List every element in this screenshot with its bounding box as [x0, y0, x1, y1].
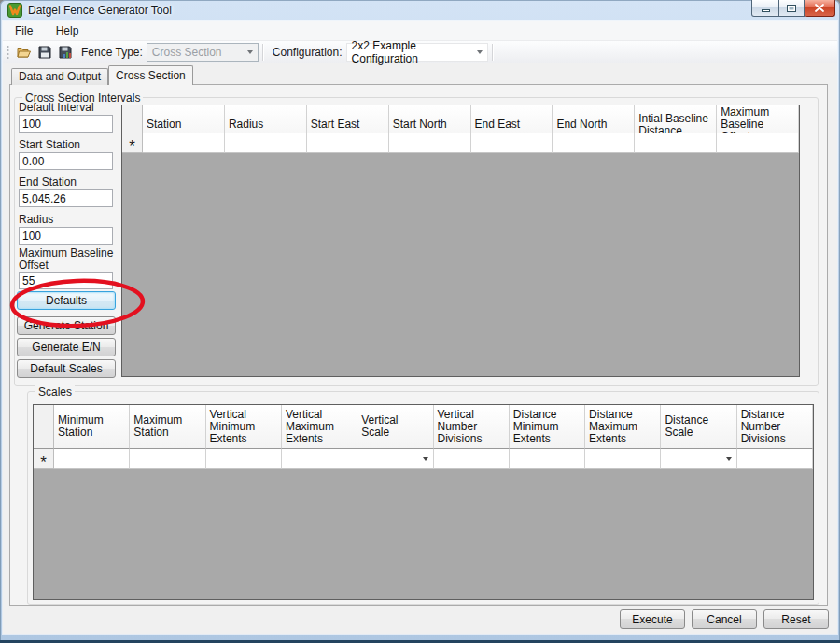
col-header-vertical-scale[interactable]: Vertical Scale	[357, 405, 433, 449]
col-header-vertical-number-divisions[interactable]: Vertical Number Divisions	[434, 405, 510, 449]
group-title: Scales	[35, 385, 75, 398]
configuration-combobox[interactable]: 2x2 Example Configuration	[346, 43, 488, 62]
cell-start-north[interactable]	[389, 133, 471, 153]
tab-cross-section[interactable]: Cross Section	[108, 65, 193, 85]
cell-distance-number-divisions[interactable]	[737, 449, 813, 469]
cross-section-intervals-group: Cross Section Intervals Default Interval…	[14, 97, 819, 386]
menu-file[interactable]: File	[7, 21, 40, 41]
vertical-scale-dropdown-icon[interactable]	[419, 451, 433, 468]
maximum-baseline-offset-input[interactable]	[19, 272, 113, 289]
default-interval-input[interactable]	[19, 115, 113, 133]
cell-vertical-maximum-extents[interactable]	[282, 449, 357, 469]
tabstrip: Data and Output Cross Section	[11, 65, 193, 85]
configuration-value: 2x2 Example Configuration	[352, 39, 477, 65]
toolbar-grip-icon[interactable]	[7, 45, 9, 60]
minimize-button[interactable]	[751, 0, 779, 17]
cell-distance-scale[interactable]	[661, 449, 736, 469]
cell-start-east[interactable]	[307, 133, 389, 153]
cell-station[interactable]	[143, 133, 225, 153]
grid-corner[interactable]	[34, 405, 54, 449]
generate-en-button[interactable]: Generate E/N	[17, 338, 116, 356]
radius-label: Radius	[19, 214, 118, 226]
configuration-label: Configuration:	[273, 46, 343, 59]
default-interval-label: Default Interval	[19, 102, 118, 114]
save-report-icon[interactable]	[55, 43, 76, 62]
client-area: File Help	[3, 21, 837, 634]
titlebar[interactable]: Datgel Fence Generator Tool	[0, 0, 840, 21]
cell-initial-baseline-distance[interactable]	[635, 133, 717, 153]
cell-vertical-minimum-extents[interactable]	[206, 449, 282, 469]
fence-type-combobox: Cross Section	[147, 43, 259, 62]
grid-new-row: *	[34, 449, 813, 469]
cell-maximum-station[interactable]	[130, 449, 205, 469]
window-title: Datgel Fence Generator Tool	[28, 0, 172, 21]
col-header-vertical-minimum-extents[interactable]: Vertical Minimum Extents	[206, 405, 282, 449]
new-row-header[interactable]: *	[34, 449, 54, 469]
chevron-down-icon	[477, 50, 483, 54]
grid-new-row: *	[122, 133, 799, 153]
col-header-distance-number-divisions[interactable]: Distance Number Divisions	[737, 405, 813, 449]
col-header-distance-minimum-extents[interactable]: Distance Minimum Extents	[510, 405, 585, 449]
new-row-marker: *	[129, 137, 135, 156]
cell-end-north[interactable]	[553, 133, 635, 153]
col-header-maximum-station[interactable]: Maximum Station	[130, 405, 205, 449]
cell-radius[interactable]	[225, 133, 307, 153]
close-icon	[815, 4, 824, 12]
end-station-input[interactable]	[19, 189, 113, 207]
cell-maximum-baseline-offset[interactable]	[717, 133, 799, 153]
chevron-down-icon	[247, 50, 253, 54]
toolbar: Fence Type: Cross Section Configuration:…	[3, 41, 837, 63]
cell-distance-maximum-extents[interactable]	[585, 449, 661, 469]
cell-vertical-number-divisions[interactable]	[434, 449, 510, 469]
toolbar-separator	[492, 44, 493, 61]
cancel-button[interactable]: Cancel	[692, 609, 757, 629]
app-window: Datgel Fence Generator Tool File Help	[0, 0, 840, 643]
fence-type-label: Fence Type:	[81, 46, 143, 59]
minimize-icon	[762, 9, 770, 12]
defaults-button[interactable]: Defaults	[17, 291, 116, 310]
new-row-header[interactable]: *	[122, 133, 143, 153]
cross-section-grid: Station Radius Start East Start North En…	[121, 105, 800, 377]
maximize-button[interactable]	[779, 0, 805, 17]
fence-type-value: Cross Section	[152, 46, 222, 59]
maximize-icon	[787, 5, 796, 12]
cell-vertical-scale[interactable]	[357, 449, 433, 469]
menu-help[interactable]: Help	[49, 21, 87, 41]
window-controls	[751, 0, 835, 17]
scales-grid: Minimum Station Maximum Station Vertical…	[33, 404, 814, 600]
end-station-label: End Station	[19, 176, 118, 189]
save-icon[interactable]	[35, 43, 55, 62]
col-header-minimum-station[interactable]: Minimum Station	[54, 405, 130, 449]
new-row-marker: *	[40, 454, 47, 472]
close-button[interactable]	[805, 0, 835, 17]
cell-end-east[interactable]	[471, 133, 553, 153]
cell-minimum-station[interactable]	[54, 449, 130, 469]
cross-section-tabpage: Cross Section Intervals Default Interval…	[9, 84, 828, 606]
reset-button[interactable]: Reset	[763, 609, 829, 629]
start-station-label: Start Station	[19, 139, 118, 151]
radius-input[interactable]	[19, 227, 113, 245]
cell-distance-minimum-extents[interactable]	[510, 449, 585, 469]
toolbar-separator	[262, 44, 263, 61]
execute-button[interactable]: Execute	[620, 609, 685, 629]
distance-scale-dropdown-icon[interactable]	[722, 451, 736, 468]
start-station-input[interactable]	[19, 152, 113, 170]
app-icon	[7, 3, 22, 18]
scales-group: Scales Minimum Station Maximum Station V…	[27, 391, 819, 605]
col-header-distance-scale[interactable]: Distance Scale	[661, 405, 736, 449]
maximum-baseline-offset-label: Maximum Baseline Offset	[19, 247, 118, 272]
default-scales-button[interactable]: Default Scales	[17, 359, 116, 378]
grid-header-row: Station Radius Start East Start North En…	[122, 105, 799, 133]
footer-buttons: Execute Cancel Reset	[620, 609, 829, 629]
grid-header-row: Minimum Station Maximum Station Vertical…	[34, 405, 813, 449]
col-header-distance-maximum-extents[interactable]: Distance Maximum Extents	[585, 405, 661, 449]
generate-station-button[interactable]: Generate Station	[17, 316, 116, 335]
open-folder-icon[interactable]	[14, 43, 35, 62]
tab-data-and-output[interactable]: Data and Output	[11, 68, 108, 85]
col-header-vertical-maximum-extents[interactable]: Vertical Maximum Extents	[282, 405, 357, 449]
